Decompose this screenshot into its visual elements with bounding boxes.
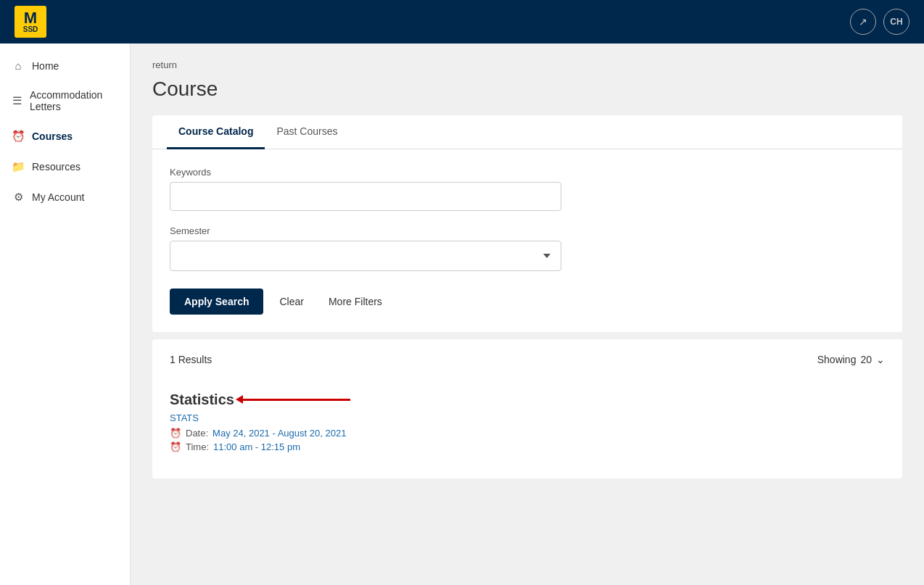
showing-chevron-icon: ⌄: [876, 354, 885, 365]
date-value: May 24, 2021 - August 20, 2021: [213, 428, 346, 439]
sidebar-label-accommodation: Accommodation Letters: [30, 89, 118, 112]
keywords-input[interactable]: [170, 182, 561, 211]
time-value: 11:00 am - 12:15 pm: [213, 441, 300, 452]
logo-badge: M SSD: [15, 6, 46, 38]
external-link-button[interactable]: ↗: [850, 9, 876, 35]
accommodation-icon: ☰: [12, 94, 22, 107]
sidebar-label-courses: Courses: [32, 130, 73, 142]
results-count: 1 Results: [170, 354, 212, 365]
clear-button[interactable]: Clear: [271, 289, 312, 315]
sidebar-label-home: Home: [32, 60, 59, 72]
arrow-line: [242, 399, 350, 401]
semester-label: Semester: [170, 225, 885, 236]
sidebar: ⌂ Home ☰ Accommodation Letters ⏰ Courses…: [0, 43, 131, 585]
resources-icon: 📁: [12, 160, 25, 173]
sidebar-item-courses[interactable]: ⏰ Courses: [0, 121, 130, 152]
page-title: Course: [152, 78, 902, 101]
time-label: Time:: [186, 441, 209, 452]
sidebar-label-my-account: My Account: [32, 191, 84, 203]
sidebar-item-resources[interactable]: 📁 Resources: [0, 152, 130, 182]
logo-m-letter: M: [24, 10, 37, 26]
sidebar-item-accommodation-letters[interactable]: ☰ Accommodation Letters: [0, 80, 130, 121]
search-buttons: Apply Search Clear More Filters: [170, 289, 885, 315]
home-icon: ⌂: [12, 59, 25, 72]
tab-course-catalog[interactable]: Course Catalog: [167, 115, 265, 149]
course-name: Statistics: [170, 391, 885, 408]
keywords-label: Keywords: [170, 167, 885, 178]
search-area: Keywords Semester Apply Search Clear Mor…: [152, 149, 902, 332]
logo-ssd-text: SSD: [23, 26, 38, 33]
sidebar-label-resources: Resources: [32, 161, 81, 173]
results-header: 1 Results Showing 20 ⌄: [170, 354, 885, 365]
course-code: STATS: [170, 412, 885, 423]
tab-past-courses[interactable]: Past Courses: [265, 115, 349, 149]
course-meta: ⏰ Date: May 24, 2021 - August 20, 2021 ⏰…: [170, 428, 885, 452]
avatar-button[interactable]: CH: [883, 9, 909, 35]
date-label: Date:: [186, 428, 208, 439]
results-card: 1 Results Showing 20 ⌄ Statistics STATS: [152, 339, 902, 478]
app-header: M SSD ↗ CH: [0, 0, 924, 43]
course-time-line: ⏰ Time: 11:00 am - 12:15 pm: [170, 441, 885, 452]
return-link[interactable]: return: [152, 59, 177, 70]
main-layout: ⌂ Home ☰ Accommodation Letters ⏰ Courses…: [0, 43, 924, 585]
courses-icon: ⏰: [12, 130, 25, 143]
sidebar-item-home[interactable]: ⌂ Home: [0, 51, 130, 80]
date-clock-icon: ⏰: [170, 428, 181, 439]
time-clock-icon: ⏰: [170, 441, 181, 452]
arrow-indicator: [242, 399, 350, 401]
header-actions: ↗ CH: [850, 9, 909, 35]
course-item: Statistics STATS ⏰ Date: May 24, 2021 - …: [170, 380, 885, 464]
sidebar-item-my-account[interactable]: ⚙ My Account: [0, 182, 130, 212]
apply-search-button[interactable]: Apply Search: [170, 289, 263, 315]
main-content: return Course Course Catalog Past Course…: [131, 43, 924, 585]
external-link-icon: ↗: [859, 16, 867, 28]
account-icon: ⚙: [12, 191, 25, 204]
semester-select[interactable]: [170, 241, 561, 271]
more-filters-button[interactable]: More Filters: [320, 289, 391, 315]
avatar-initials: CH: [890, 17, 902, 27]
logo: M SSD: [15, 6, 46, 38]
showing-control[interactable]: Showing 20 ⌄: [817, 354, 885, 365]
showing-value: 20: [860, 354, 872, 365]
course-card: Course Catalog Past Courses Keywords Sem…: [152, 115, 902, 332]
course-date-line: ⏰ Date: May 24, 2021 - August 20, 2021: [170, 428, 885, 439]
showing-label: Showing: [817, 354, 857, 365]
tabs-container: Course Catalog Past Courses: [152, 115, 902, 149]
